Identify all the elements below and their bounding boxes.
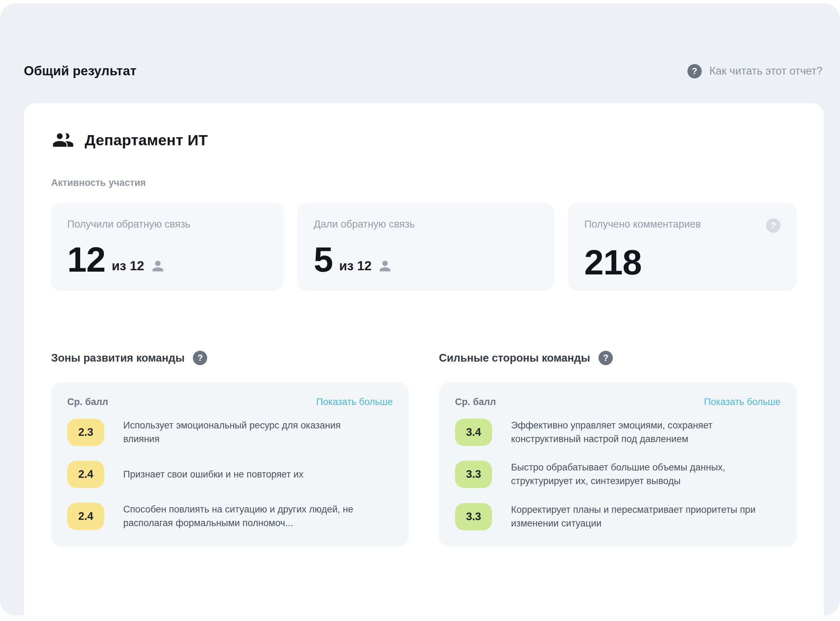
item-text: Быстро обрабатывает большие объемы данны…	[511, 460, 760, 488]
stat-value: 5	[313, 242, 333, 277]
person-icon	[377, 258, 393, 274]
score-badge: 3.3	[455, 460, 492, 488]
page-header: Общий результат ? Как читать этот отчет?	[24, 64, 822, 79]
question-icon[interactable]: ?	[687, 64, 702, 79]
item-text: Способен повлиять на ситуацию и других л…	[123, 503, 372, 530]
how-to-read-report-link[interactable]: ? Как читать этот отчет?	[687, 64, 822, 79]
question-icon[interactable]: ?	[766, 218, 781, 233]
list-item: 2.4 Признает свои ошибки и не повторяет …	[67, 460, 393, 488]
team-strengths-panel: Ср. балл Показать больше 3.4 Эффективно …	[439, 383, 797, 547]
item-text: Корректирует планы и пересматривает прио…	[511, 503, 760, 530]
department-title-row: Департамент ИТ	[51, 129, 797, 151]
score-column-header: Ср. балл	[67, 397, 108, 407]
development-zones-panel: Ср. балл Показать больше 2.3 Использует …	[51, 383, 409, 547]
stat-of-total: из 12	[339, 259, 372, 273]
list-item: 2.3 Использует эмоциональный ресурс для …	[67, 419, 393, 446]
score-badge: 2.4	[67, 503, 104, 530]
sections-row: Зоны развития команды ? Ср. балл Показат…	[51, 351, 797, 547]
department-name: Департамент ИТ	[85, 132, 208, 149]
item-text: Признает свои ошибки и не повторяет их	[123, 468, 303, 481]
section-team-strengths: Сильные стороны команды ? Ср. балл Показ…	[439, 351, 797, 547]
stat-tile-comments-received: Получено комментариев ? 218	[568, 203, 797, 291]
stats-row: Получили обратную связь 12 из 12 Дали об…	[51, 203, 797, 291]
section-title: Сильные стороны команды	[439, 352, 590, 364]
list-item: 3.3 Корректирует планы и пересматривает …	[455, 503, 781, 530]
show-more-link[interactable]: Показать больше	[316, 397, 393, 407]
page-title: Общий результат	[24, 64, 136, 79]
question-icon[interactable]: ?	[193, 351, 207, 365]
item-text: Использует эмоциональный ресурс для оказ…	[123, 419, 372, 446]
stat-label: Дали обратную связь	[313, 218, 415, 230]
stat-value: 12	[67, 242, 105, 277]
score-badge: 2.4	[67, 460, 104, 488]
report-page: Общий результат ? Как читать этот отчет?…	[0, 0, 840, 621]
person-icon	[150, 258, 166, 274]
score-badge: 3.4	[455, 419, 492, 446]
section-development-zones: Зоны развития команды ? Ср. балл Показат…	[51, 351, 409, 547]
stat-tile-received-feedback: Получили обратную связь 12 из 12	[51, 203, 283, 291]
stat-label: Получили обратную связь	[67, 218, 191, 230]
score-badge: 3.3	[455, 503, 492, 530]
stat-value: 218	[584, 245, 642, 280]
score-column-header: Ср. балл	[455, 397, 496, 407]
how-to-read-report-label: Как читать этот отчет?	[710, 65, 822, 77]
stat-label: Получено комментариев	[584, 218, 701, 230]
list-item: 3.3 Быстро обрабатывает большие объемы д…	[455, 460, 781, 488]
list-item: 2.4 Способен повлиять на ситуацию и друг…	[67, 503, 393, 530]
show-more-link[interactable]: Показать больше	[704, 397, 781, 407]
score-badge: 2.3	[67, 419, 104, 446]
list-item: 3.4 Эффективно управляет эмоциями, сохра…	[455, 419, 781, 446]
item-text: Эффективно управляет эмоциями, сохраняет…	[511, 419, 760, 446]
people-icon	[51, 129, 74, 151]
stat-of-total: из 12	[112, 259, 144, 273]
question-icon[interactable]: ?	[598, 351, 613, 365]
stat-tile-gave-feedback: Дали обратную связь 5 из 12	[298, 203, 554, 291]
section-title: Зоны развития команды	[51, 352, 185, 364]
activity-section-label: Активность участия	[51, 177, 797, 188]
department-card: Департамент ИТ Активность участия Получи…	[24, 103, 824, 621]
